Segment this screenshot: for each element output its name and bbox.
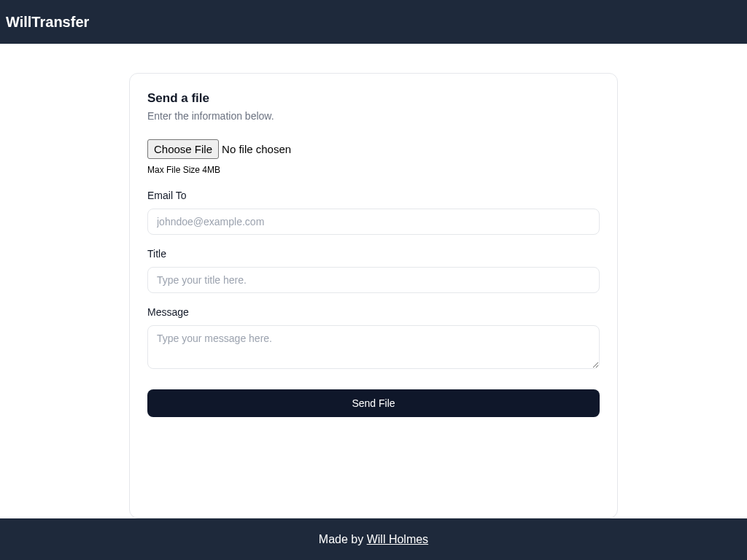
app-title: WillTransfer bbox=[6, 14, 89, 31]
no-file-chosen-text: No file chosen bbox=[222, 143, 291, 155]
send-file-card: Send a file Enter the information below.… bbox=[129, 73, 618, 518]
footer-text: Made by Will Holmes bbox=[319, 533, 428, 546]
title-label: Title bbox=[147, 248, 600, 260]
message-form-group: Message bbox=[147, 306, 600, 372]
message-textarea[interactable] bbox=[147, 325, 600, 369]
app-header: WillTransfer bbox=[0, 0, 747, 44]
max-file-size-text: Max File Size 4MB bbox=[147, 165, 600, 175]
card-subtitle: Enter the information below. bbox=[147, 110, 600, 122]
main-content: Send a file Enter the information below.… bbox=[0, 44, 747, 518]
title-input[interactable] bbox=[147, 267, 600, 293]
choose-file-button[interactable]: Choose File bbox=[147, 139, 219, 159]
title-form-group: Title bbox=[147, 248, 600, 293]
author-link[interactable]: Will Holmes bbox=[367, 533, 428, 545]
send-file-button[interactable]: Send File bbox=[147, 389, 600, 417]
app-footer: Made by Will Holmes bbox=[0, 518, 747, 560]
email-input[interactable] bbox=[147, 209, 600, 235]
email-label: Email To bbox=[147, 190, 600, 201]
card-title: Send a file bbox=[147, 91, 600, 106]
email-form-group: Email To bbox=[147, 190, 600, 235]
file-input-row: Choose File No file chosen bbox=[147, 139, 600, 159]
message-label: Message bbox=[147, 306, 600, 318]
made-by-text: Made by bbox=[319, 533, 367, 545]
